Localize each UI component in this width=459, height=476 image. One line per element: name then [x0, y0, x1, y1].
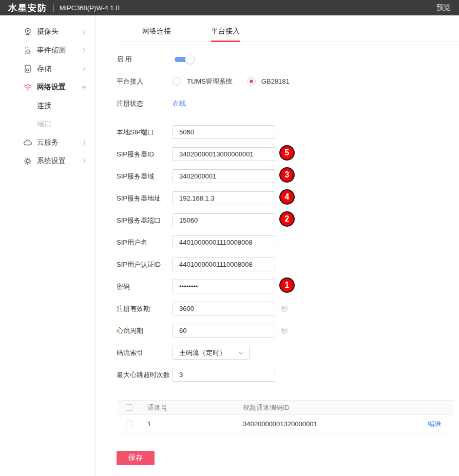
chevron-right-icon	[81, 157, 88, 165]
chevron-right-icon	[81, 28, 88, 35]
enable-toggle[interactable]	[175, 57, 190, 62]
table-row: 1 34020000001320000001 编辑	[117, 415, 453, 433]
sip-server-id-input[interactable]	[173, 147, 275, 161]
sidebar-item-event-detection[interactable]: 事件侦测	[0, 41, 95, 60]
sidebar-subitem-label: 端口	[37, 120, 51, 129]
field-label: 码流索引	[117, 348, 173, 358]
field-label: 启 用	[117, 55, 173, 64]
sidebar-item-camera[interactable]: 摄像头	[0, 23, 95, 41]
form-row-sip-server-domain: SIP服务器域 3	[117, 169, 425, 183]
field-label: SIP服务器地址	[117, 194, 173, 203]
topbar: 水星安防 | MIPC368(P)W-4 1.0 预览	[0, 0, 459, 15]
unit-suffix: 秒	[281, 304, 288, 313]
form-row-register-validity: 注册有效期 秒	[117, 302, 425, 315]
sidebar-item-system-settings[interactable]: 系统设置	[0, 152, 95, 170]
unit-suffix: 秒	[281, 326, 288, 335]
chevron-down-icon	[238, 350, 244, 356]
device-model: MIPC368(P)W-4 1.0	[60, 4, 120, 12]
form-row-sip-server-port: SIP服务器端口 2	[117, 213, 425, 227]
form-row-password: 密码 1	[117, 280, 425, 293]
radio-tums[interactable]: TUMS管理系统	[173, 77, 233, 86]
chevron-right-icon	[81, 47, 88, 54]
radio-label: TUMS管理系统	[187, 77, 233, 86]
field-label: 最大心跳超时次数	[117, 370, 173, 380]
edit-link[interactable]: 编辑	[428, 420, 441, 429]
sidebar-item-storage[interactable]: 存储	[0, 60, 95, 78]
sidebar-subitem-connection[interactable]: 连接	[0, 96, 95, 115]
table-header-row: 通道号 视频通道编码ID	[117, 400, 453, 415]
platform-access-form: 启 用 平台接入 TUMS管理系统 GB28181 注册状态	[117, 42, 459, 382]
form-row-heartbeat-period: 心跳周期 秒	[117, 324, 425, 338]
local-sip-port-input[interactable]	[173, 125, 275, 139]
sip-server-address-input[interactable]	[173, 191, 275, 205]
preview-button[interactable]: 预览	[436, 3, 451, 12]
sidebar-item-label: 摄像头	[37, 27, 59, 36]
sidebar-subitem-label: 连接	[37, 101, 51, 110]
cell-video-channel-id: 34020000001320000001	[236, 420, 422, 428]
column-header-video-channel-id: 视频通道编码ID	[236, 403, 422, 412]
radio-circle-icon	[173, 77, 181, 86]
row-checkbox[interactable]	[126, 421, 132, 427]
save-button[interactable]: 保存	[117, 451, 155, 465]
field-label: 平台接入	[117, 77, 173, 86]
field-label: SIP用户认证ID	[117, 260, 173, 269]
channel-table: 通道号 视频通道编码ID 1 34020000001320000001 编辑	[117, 400, 453, 433]
wifi-icon	[23, 82, 33, 92]
sip-server-domain-input[interactable]	[173, 169, 275, 183]
sip-server-port-input[interactable]	[173, 213, 275, 227]
annotation-badge-5: 5	[279, 145, 295, 161]
sidebar-subitem-port[interactable]: 端口	[0, 115, 95, 133]
radio-circle-icon	[247, 77, 256, 86]
sip-user-auth-id-input[interactable]	[173, 257, 275, 271]
gear-icon	[23, 156, 33, 166]
heartbeat-period-input[interactable]	[173, 324, 275, 338]
form-row-platform: 平台接入 TUMS管理系统 GB28181	[117, 74, 425, 88]
radio-label: GB28181	[261, 77, 290, 85]
sip-username-input[interactable]	[173, 235, 275, 249]
max-heartbeat-timeout-input[interactable]	[173, 368, 275, 382]
sidebar-item-label: 系统设置	[37, 156, 66, 166]
column-header-channel: 通道号	[140, 403, 236, 412]
field-label: SIP用户名	[117, 238, 173, 247]
field-label: 密码	[117, 282, 173, 291]
chevron-right-icon	[81, 65, 88, 72]
annotation-badge-1: 1	[279, 277, 295, 293]
password-input[interactable]	[173, 280, 275, 293]
radio-gb28181[interactable]: GB28181	[247, 77, 290, 86]
brand-separator: |	[52, 4, 54, 12]
sidebar-item-cloud-service[interactable]: 云服务	[0, 133, 95, 152]
form-row-enable: 启 用	[117, 52, 425, 66]
brand-logo: 水星安防	[8, 2, 47, 14]
tab-network-connection[interactable]: 网络连接	[142, 27, 171, 42]
register-validity-input[interactable]	[173, 302, 275, 315]
sidebar-item-network-settings[interactable]: 网络设置	[0, 78, 95, 96]
select-all-checkbox[interactable]	[126, 404, 132, 411]
annotation-badge-4: 4	[279, 189, 295, 205]
cloud-icon	[23, 137, 33, 148]
field-label: 心跳周期	[117, 326, 173, 335]
sidebar-item-label: 云服务	[37, 138, 59, 147]
field-label: 注册状态	[117, 99, 173, 108]
tab-platform-access[interactable]: 平台接入	[211, 27, 240, 42]
field-label: SIP服务器ID	[117, 150, 173, 159]
form-row-local-sip-port: 本地SIP端口	[117, 125, 425, 139]
field-label: SIP服务器端口	[117, 216, 173, 225]
form-row-sip-user-auth-id: SIP用户认证ID	[117, 257, 425, 271]
tab-bar: 网络连接 平台接入	[117, 15, 459, 42]
annotation-badge-3: 3	[279, 167, 295, 183]
field-label: 本地SIP端口	[117, 128, 173, 137]
alarm-icon	[23, 45, 33, 55]
form-row-stream-index: 码流索引 主码流（定时）	[117, 346, 425, 360]
sidebar: 摄像头 事件侦测 存储	[0, 15, 95, 476]
stream-index-select[interactable]: 主码流（定时）	[173, 346, 250, 360]
storage-icon	[23, 64, 33, 74]
chevron-down-icon	[81, 84, 88, 91]
form-row-register-status: 注册状态 在线	[117, 96, 425, 110]
cell-channel: 1	[140, 420, 236, 428]
form-row-sip-username: SIP用户名	[117, 235, 425, 249]
annotation-badge-2: 2	[279, 211, 295, 227]
platform-radio-group: TUMS管理系统 GB28181	[173, 77, 304, 86]
camera-icon	[23, 27, 33, 37]
sidebar-item-label: 网络设置	[37, 83, 66, 92]
main-content: 网络连接 平台接入 启 用 平台接入 TUMS管理系统 GB28181	[95, 15, 459, 476]
